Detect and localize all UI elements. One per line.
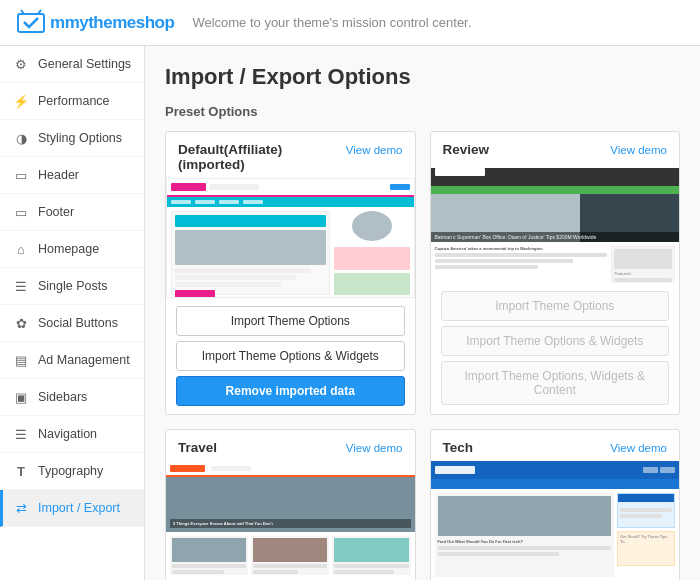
- ad-icon: ▤: [12, 351, 30, 369]
- page-title: Import / Export Options: [165, 64, 680, 90]
- sidebar-item-import-export[interactable]: ⇄ Import / Export: [0, 490, 144, 527]
- remove-imported-data-btn[interactable]: Remove imported data: [176, 376, 405, 406]
- social-icon: ✿: [12, 314, 30, 332]
- content-area: Import / Export Options Preset Options D…: [145, 46, 700, 580]
- sidebar-item-general-settings[interactable]: ⚙ General Settings: [0, 46, 144, 83]
- settings-icon: ⚙: [12, 55, 30, 73]
- sidebar-item-styling-options[interactable]: ◑ Styling Options: [0, 120, 144, 157]
- header-icon: ▭: [12, 166, 30, 184]
- sidebar-item-sidebars[interactable]: ▣ Sidebars: [0, 379, 144, 416]
- sidebar-item-navigation[interactable]: ☰ Navigation: [0, 416, 144, 453]
- preset-title: Default(Affiliate) (imported): [178, 142, 340, 172]
- view-demo-link-review[interactable]: View demo: [610, 144, 667, 156]
- preset-card-review: Review View demo Batman v Superman' Box …: [430, 131, 681, 415]
- homepage-icon: ⌂: [12, 240, 30, 258]
- preset-card-tech: Tech View demo Fi: [430, 429, 681, 580]
- preset-title-review: Review: [443, 142, 490, 157]
- posts-icon: ☰: [12, 277, 30, 295]
- import-theme-options-btn-review[interactable]: Import Theme Options: [441, 291, 670, 321]
- svg-rect-0: [18, 14, 44, 32]
- sidebar-item-single-posts[interactable]: ☰ Single Posts: [0, 268, 144, 305]
- sidebar-item-footer[interactable]: ▭ Footer: [0, 194, 144, 231]
- preset-actions-default: Import Theme Options Import Theme Option…: [166, 298, 415, 414]
- sidebar-item-social-buttons[interactable]: ✿ Social Buttons: [0, 305, 144, 342]
- preset-card-header-review: Review View demo: [431, 132, 680, 163]
- top-bar-subtitle: Welcome to your theme's mission control …: [192, 15, 471, 30]
- navigation-icon: ☰: [12, 425, 30, 443]
- import-export-icon: ⇄: [12, 499, 30, 517]
- preset-card-header-tech: Tech View demo: [431, 430, 680, 461]
- footer-icon: ▭: [12, 203, 30, 221]
- logo-icon: [16, 8, 46, 38]
- logo: mmythemeshop: [16, 8, 174, 38]
- sidebar-item-typography[interactable]: T Typography: [0, 453, 144, 490]
- preset-thumbnail-tech: Find Out What Should You Do For Fast tec…: [431, 461, 680, 580]
- preset-title-tech: Tech: [443, 440, 474, 455]
- main-layout: ⚙ General Settings ⚡ Performance ◑ Styli…: [0, 46, 700, 580]
- preset-card-header-travel: Travel View demo: [166, 430, 415, 461]
- section-label: Preset Options: [165, 104, 680, 119]
- sidebar: ⚙ General Settings ⚡ Performance ◑ Styli…: [0, 46, 145, 580]
- sidebar-item-header[interactable]: ▭ Header: [0, 157, 144, 194]
- sidebar-item-ad-management[interactable]: ▤ Ad Management: [0, 342, 144, 379]
- sidebars-icon: ▣: [12, 388, 30, 406]
- import-theme-options-widgets-content-btn-review[interactable]: Import Theme Options, Widgets & Content: [441, 361, 670, 405]
- preset-thumbnail-default: [166, 178, 415, 298]
- preset-actions-review: Import Theme Options Import Theme Option…: [431, 283, 680, 413]
- preset-thumbnail-review: Batman v Superman' Box Office: Dawn of J…: [431, 163, 680, 283]
- performance-icon: ⚡: [12, 92, 30, 110]
- sidebar-item-performance[interactable]: ⚡ Performance: [0, 83, 144, 120]
- import-theme-options-widgets-btn-default[interactable]: Import Theme Options & Widgets: [176, 341, 405, 371]
- preset-card-travel: Travel View demo 3 Things Everyone Knows…: [165, 429, 416, 580]
- preset-thumbnail-travel: 3 Things Everyone Knows About mtd That Y…: [166, 461, 415, 580]
- preset-title-travel: Travel: [178, 440, 217, 455]
- view-demo-link-travel[interactable]: View demo: [346, 442, 403, 454]
- preset-grid: Default(Affiliate) (imported) View demo: [165, 131, 680, 580]
- preset-card-default-affiliate: Default(Affiliate) (imported) View demo: [165, 131, 416, 415]
- styling-icon: ◑: [12, 129, 30, 147]
- view-demo-link-tech[interactable]: View demo: [610, 442, 667, 454]
- import-theme-options-widgets-btn-review[interactable]: Import Theme Options & Widgets: [441, 326, 670, 356]
- typography-icon: T: [12, 462, 30, 480]
- view-demo-link-default[interactable]: View demo: [346, 144, 403, 156]
- top-bar: mmythemeshop Welcome to your theme's mis…: [0, 0, 700, 46]
- import-theme-options-btn-default[interactable]: Import Theme Options: [176, 306, 405, 336]
- sidebar-item-homepage[interactable]: ⌂ Homepage: [0, 231, 144, 268]
- logo-text: mmythemeshop: [50, 13, 174, 33]
- preset-card-header: Default(Affiliate) (imported) View demo: [166, 132, 415, 178]
